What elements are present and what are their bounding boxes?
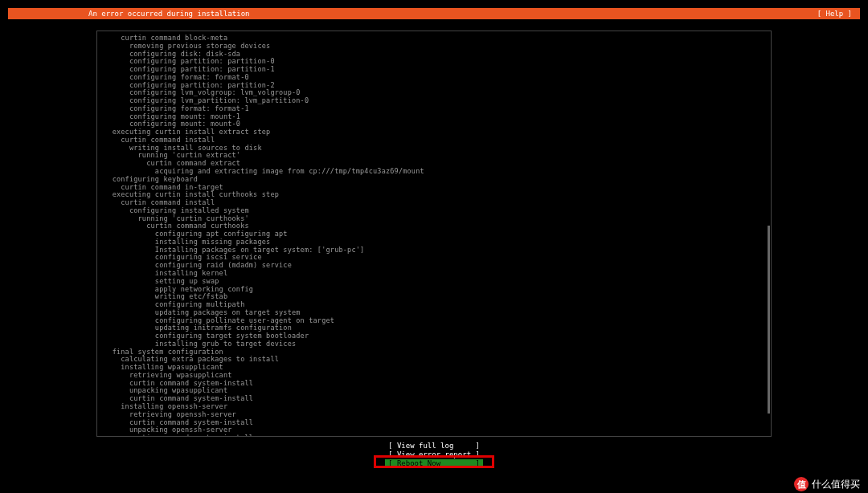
- header-title: An error occurred during installation: [16, 10, 249, 18]
- button-row: [ View full log ] [ View error report ] …: [8, 442, 860, 467]
- watermark-logo: 值: [794, 477, 809, 491]
- scrollbar-thumb[interactable]: [768, 226, 770, 414]
- log-line: acquiring and extracting image from cp:/…: [104, 168, 764, 176]
- help-link[interactable]: [ Help ]: [817, 10, 852, 18]
- log-panel: curtin command block-meta removing previ…: [96, 31, 772, 437]
- reboot-now-button[interactable]: [ Reboot Now ]: [385, 459, 483, 467]
- log-line: curtin command system-install: [104, 434, 764, 437]
- header-bar: An error occurred during installation [ …: [8, 8, 860, 19]
- watermark: 值 什么值得买: [794, 477, 860, 491]
- view-full-log-button[interactable]: [ View full log ]: [385, 442, 483, 450]
- watermark-text: 什么值得买: [812, 478, 860, 491]
- view-error-report-button[interactable]: [ View error report ]: [385, 450, 483, 458]
- scrollbar[interactable]: [768, 38, 770, 430]
